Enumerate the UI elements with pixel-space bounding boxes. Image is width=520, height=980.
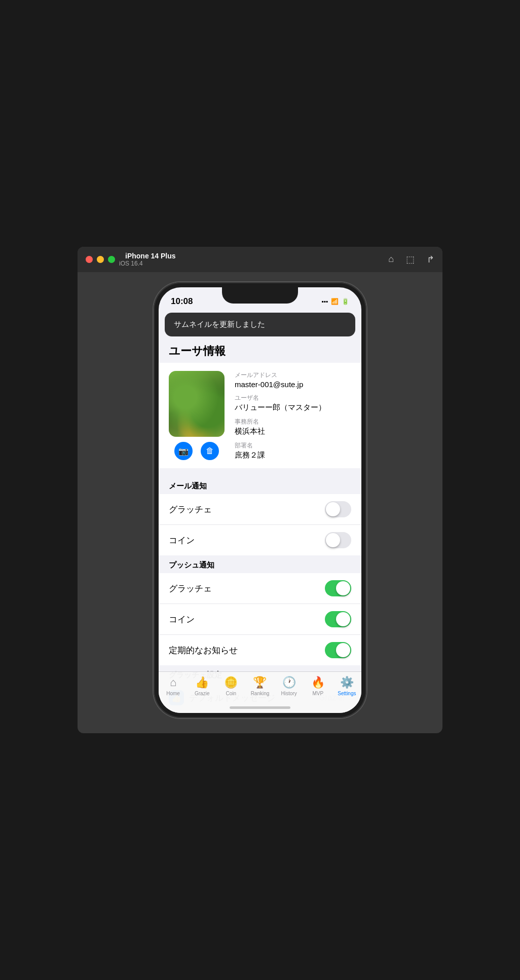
status-icons: ▪▪▪ 📶 🔋 bbox=[321, 298, 349, 305]
user-info-row: 📷 🗑 メールアドレス master-001@sute.jp bbox=[169, 371, 351, 460]
push-regular-label: 定期的なお知らせ bbox=[169, 645, 238, 656]
avatar-image-inner bbox=[169, 371, 225, 437]
content-area[interactable]: 📷 🗑 メールアドレス master-001@sute.jp bbox=[159, 363, 361, 713]
push-coin-toggle[interactable] bbox=[325, 611, 351, 627]
push-regular-row: 定期的なお知らせ bbox=[159, 635, 361, 665]
grazie-tab-icon: 👍 bbox=[195, 676, 209, 689]
mail-grazie-toggle[interactable] bbox=[325, 501, 351, 517]
tab-settings[interactable]: ⚙️ Settings bbox=[332, 676, 361, 696]
push-grazie-label: グラッチェ bbox=[169, 583, 212, 594]
toggle-thumb bbox=[336, 643, 350, 657]
mail-coin-toggle[interactable] bbox=[325, 532, 351, 548]
avatar-image bbox=[169, 371, 225, 437]
coin-tab-icon: 🪙 bbox=[224, 676, 238, 689]
iphone-screen: 10:08 ▪▪▪ 📶 🔋 サムネイルを更新しました ユーサ情報 bbox=[159, 287, 361, 713]
username-field: ユーザ名 バリューー郎（マスター） bbox=[235, 394, 351, 412]
push-grazie-row: グラッチェ bbox=[159, 573, 361, 604]
office-label: 事務所名 bbox=[235, 418, 351, 426]
screenshot-icon[interactable]: ⬚ bbox=[406, 254, 415, 265]
mail-coin-row: コイン bbox=[159, 525, 361, 555]
avatar-actions: 📷 🗑 bbox=[174, 442, 219, 460]
tab-coin[interactable]: 🪙 Coin bbox=[216, 676, 245, 696]
toggle-thumb bbox=[326, 502, 340, 516]
page-title: ユーサ情報 bbox=[169, 344, 351, 359]
mac-titlebar: iPhone 14 Plus iOS 16.4 ⌂ ⬚ ↱ bbox=[78, 247, 442, 272]
mac-toolbar-icons: ⌂ ⬚ ↱ bbox=[388, 254, 434, 265]
tab-history[interactable]: 🕐 History bbox=[275, 676, 304, 696]
mvp-tab-icon: 🔥 bbox=[311, 676, 325, 689]
email-value: master-001@sute.jp bbox=[235, 380, 351, 389]
home-indicator bbox=[230, 706, 290, 709]
push-grazie-toggle[interactable] bbox=[325, 580, 351, 596]
dept-field: 部署名 庶務２課 bbox=[235, 441, 351, 460]
toast-message: サムネイルを更新しました bbox=[174, 320, 265, 328]
mail-grazie-row: グラッチェ bbox=[159, 494, 361, 525]
settings-tab-icon: ⚙️ bbox=[340, 676, 354, 689]
signal-icon: ▪▪▪ bbox=[321, 298, 328, 305]
minimize-button[interactable] bbox=[97, 256, 104, 263]
push-notification-header: プッシュ通知 bbox=[159, 555, 361, 573]
page-title-bar: ユーサ情報 bbox=[159, 340, 361, 363]
notch bbox=[222, 287, 298, 304]
grazie-tab-label: Grazie bbox=[195, 691, 209, 696]
info-column: メールアドレス master-001@sute.jp ユーザ名 バリューー郎（マ… bbox=[235, 371, 351, 460]
email-label: メールアドレス bbox=[235, 371, 351, 380]
dept-label: 部署名 bbox=[235, 441, 351, 450]
office-value: 横浜本社 bbox=[235, 427, 351, 436]
coin-tab-label: Coin bbox=[226, 691, 237, 696]
push-coin-label: コイン bbox=[169, 614, 195, 625]
home-tab-icon: ⌂ bbox=[170, 676, 176, 689]
push-notification-section: グラッチェ コイン 定期的なお知らせ bbox=[159, 573, 361, 665]
toggle-thumb bbox=[326, 533, 340, 547]
tab-home[interactable]: ⌂ Home bbox=[159, 676, 188, 696]
ranking-tab-icon: 🏆 bbox=[253, 676, 267, 689]
maximize-button[interactable] bbox=[108, 256, 115, 263]
mail-notification-section: グラッチェ コイン bbox=[159, 494, 361, 555]
traffic-lights bbox=[86, 256, 115, 263]
user-info-section: 📷 🗑 メールアドレス master-001@sute.jp bbox=[159, 363, 361, 468]
delete-button[interactable]: 🗑 bbox=[201, 442, 219, 460]
toast-notification: サムネイルを更新しました bbox=[165, 313, 355, 336]
avatar-column: 📷 🗑 bbox=[169, 371, 225, 460]
email-field: メールアドレス master-001@sute.jp bbox=[235, 371, 351, 389]
phone-wrapper: 10:08 ▪▪▪ 📶 🔋 サムネイルを更新しました ユーサ情報 bbox=[78, 272, 442, 733]
mac-title-area: iPhone 14 Plus iOS 16.4 bbox=[119, 252, 176, 267]
mail-coin-label: コイン bbox=[169, 535, 195, 546]
camera-button[interactable]: 📷 bbox=[174, 442, 193, 460]
close-button[interactable] bbox=[86, 256, 93, 263]
rotate-icon[interactable]: ↱ bbox=[427, 254, 434, 265]
tab-grazie[interactable]: 👍 Grazie bbox=[188, 676, 216, 696]
home-mac-icon[interactable]: ⌂ bbox=[388, 254, 394, 265]
username-label: ユーザ名 bbox=[235, 394, 351, 402]
push-coin-row: コイン bbox=[159, 604, 361, 635]
wifi-icon: 📶 bbox=[331, 298, 339, 305]
tab-ranking[interactable]: 🏆 Ranking bbox=[245, 676, 274, 696]
office-field: 事務所名 横浜本社 bbox=[235, 418, 351, 436]
history-tab-label: History bbox=[281, 691, 297, 696]
mail-notification-header: メール通知 bbox=[159, 476, 361, 494]
settings-tab-label: Settings bbox=[338, 691, 356, 696]
mvp-tab-label: MVP bbox=[312, 691, 323, 696]
battery-icon: 🔋 bbox=[342, 298, 349, 305]
home-tab-label: Home bbox=[166, 691, 180, 696]
dept-value: 庶務２課 bbox=[235, 450, 351, 460]
mail-grazie-label: グラッチェ bbox=[169, 504, 212, 515]
status-time: 10:08 bbox=[171, 296, 193, 307]
mac-window: iPhone 14 Plus iOS 16.4 ⌂ ⬚ ↱ 10:08 ▪▪▪ … bbox=[78, 247, 442, 733]
ranking-tab-label: Ranking bbox=[251, 691, 270, 696]
ios-version: iOS 16.4 bbox=[119, 260, 176, 267]
tab-mvp[interactable]: 🔥 MVP bbox=[304, 676, 332, 696]
device-name: iPhone 14 Plus bbox=[125, 252, 176, 260]
username-value: バリューー郎（マスター） bbox=[235, 403, 351, 412]
iphone-frame: 10:08 ▪▪▪ 📶 🔋 サムネイルを更新しました ユーサ情報 bbox=[154, 282, 366, 718]
toggle-thumb bbox=[336, 581, 350, 595]
toggle-thumb bbox=[336, 612, 350, 626]
push-regular-toggle[interactable] bbox=[325, 642, 351, 658]
history-tab-icon: 🕐 bbox=[282, 676, 296, 689]
